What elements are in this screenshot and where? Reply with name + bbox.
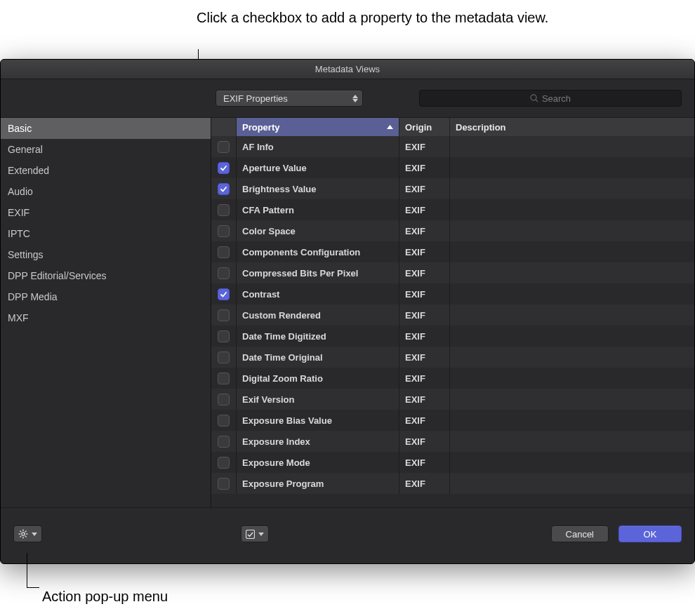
property-description (450, 304, 694, 326)
property-name: Contrast (237, 283, 399, 304)
svg-line-1 (536, 100, 538, 102)
property-checkbox[interactable] (218, 351, 230, 363)
sidebar-item[interactable]: Basic (1, 118, 211, 139)
gear-icon (18, 529, 28, 539)
checkbox-cell (211, 304, 237, 326)
toolbar: EXIF Properties Search (1, 79, 694, 117)
sidebar-item[interactable]: Settings (1, 244, 211, 265)
table-row: Digital Zoom RatioEXIF (211, 368, 694, 389)
property-name: Exposure Mode (237, 452, 399, 473)
sidebar-item[interactable]: Extended (1, 160, 211, 181)
property-description (450, 473, 694, 494)
sidebar-item[interactable]: General (1, 139, 211, 160)
property-origin: EXIF (399, 431, 450, 452)
sidebar: BasicGeneralExtendedAudioEXIFIPTCSetting… (1, 118, 211, 507)
table-body: AF InfoEXIFAperture ValueEXIFBrightness … (211, 136, 694, 507)
column-header-checkbox[interactable] (211, 118, 237, 136)
svg-point-2 (22, 533, 25, 535)
property-description (450, 326, 694, 347)
property-origin: EXIF (399, 178, 450, 199)
svg-line-7 (20, 530, 21, 532)
table-row: Custom RenderedEXIF (211, 304, 694, 326)
checkbox-cell (211, 199, 237, 220)
property-origin: EXIF (399, 368, 450, 389)
property-checkbox[interactable] (218, 394, 230, 406)
table-row: Components ConfigurationEXIF (211, 241, 694, 262)
table-row: Brightness ValueEXIF (211, 178, 694, 199)
checkbox-cell (211, 389, 237, 410)
popup-arrows-icon (352, 95, 358, 102)
property-origin: EXIF (399, 473, 450, 494)
property-description (450, 283, 694, 304)
property-checkbox[interactable] (218, 162, 230, 174)
svg-line-8 (25, 536, 27, 537)
property-checkbox[interactable] (218, 457, 230, 469)
property-checkbox[interactable] (218, 204, 230, 216)
column-header-origin[interactable]: Origin (399, 118, 450, 136)
search-placeholder: Search (542, 93, 571, 104)
checkbox-cell (211, 262, 237, 283)
property-checkbox[interactable] (218, 225, 230, 237)
table-row: Exposure ProgramEXIF (211, 473, 694, 494)
property-description (450, 410, 694, 431)
checkbox-cell (211, 326, 237, 347)
sidebar-item[interactable]: EXIF (1, 202, 211, 223)
property-name: Exposure Index (237, 431, 399, 452)
property-checkbox[interactable] (218, 309, 230, 321)
popup-label: EXIF Properties (223, 93, 288, 104)
property-description (450, 241, 694, 262)
property-origin: EXIF (399, 262, 450, 283)
property-name: Components Configuration (237, 241, 399, 262)
sort-ascending-icon (387, 125, 393, 129)
column-header-description[interactable]: Description (450, 118, 694, 136)
cancel-button[interactable]: Cancel (551, 525, 609, 542)
ok-button[interactable]: OK (618, 525, 682, 542)
property-checkbox[interactable] (218, 288, 230, 300)
sidebar-item[interactable]: IPTC (1, 223, 211, 244)
property-checkbox[interactable] (218, 183, 230, 195)
footer: Cancel OK (1, 507, 694, 560)
property-description (450, 347, 694, 368)
property-name: CFA Pattern (237, 199, 399, 220)
chevron-down-icon (258, 533, 264, 536)
property-name: AF Info (237, 136, 399, 157)
table-row: Date Time DigitizedEXIF (211, 326, 694, 347)
table-row: Exif VersionEXIF (211, 389, 694, 410)
property-checkbox[interactable] (218, 373, 230, 384)
property-checkbox[interactable] (218, 436, 230, 448)
property-origin: EXIF (399, 220, 450, 241)
property-name: Compressed Bits Per Pixel (237, 262, 399, 283)
property-set-popup[interactable]: EXIF Properties (216, 90, 363, 107)
sidebar-item[interactable]: MXF (1, 307, 211, 328)
column-header-property[interactable]: Property (237, 118, 399, 136)
table-row: Aperture ValueEXIF (211, 157, 694, 178)
property-origin: EXIF (399, 199, 450, 220)
content-area: BasicGeneralExtendedAudioEXIFIPTCSetting… (1, 117, 694, 507)
property-origin: EXIF (399, 304, 450, 326)
svg-rect-11 (246, 530, 255, 538)
sidebar-item[interactable]: Audio (1, 181, 211, 202)
property-description (450, 431, 694, 452)
property-table: Property Origin Description AF InfoEXIFA… (211, 118, 694, 507)
property-checkbox[interactable] (218, 141, 230, 153)
property-origin: EXIF (399, 157, 450, 178)
svg-line-9 (25, 530, 27, 532)
sidebar-item[interactable]: DPP Editorial/Services (1, 265, 211, 286)
callout-top: Click a checkbox to add a property to th… (197, 8, 548, 27)
property-name: Exif Version (237, 389, 399, 410)
property-checkbox[interactable] (218, 246, 230, 258)
property-checkbox[interactable] (218, 330, 230, 342)
action-popup-menu[interactable] (13, 525, 42, 542)
property-checkbox[interactable] (218, 415, 230, 427)
search-input[interactable]: Search (419, 90, 682, 107)
property-description (450, 452, 694, 473)
property-name: Custom Rendered (237, 304, 399, 326)
property-checkbox[interactable] (218, 267, 230, 279)
checkbox-filter-popup[interactable] (241, 525, 269, 542)
property-checkbox[interactable] (218, 478, 230, 490)
table-row: Exposure Bias ValueEXIF (211, 410, 694, 431)
property-origin: EXIF (399, 347, 450, 368)
sidebar-item[interactable]: DPP Media (1, 286, 211, 307)
checkbox-cell (211, 347, 237, 368)
property-description (450, 220, 694, 241)
